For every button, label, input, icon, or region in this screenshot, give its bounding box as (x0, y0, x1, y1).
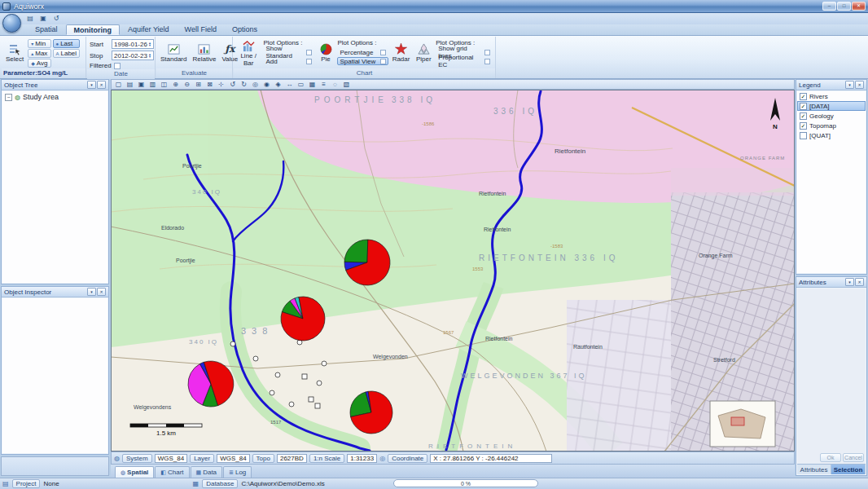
avg-button[interactable]: ◆Avg (28, 59, 50, 68)
ribbon-tab-well-field[interactable]: Well Field (178, 24, 224, 35)
min-button[interactable]: ▾Min (28, 39, 50, 48)
spin-down-icon[interactable]: ▼ (148, 44, 151, 46)
new-map-icon[interactable]: ▢ (113, 80, 124, 89)
save-icon[interactable]: ▣ (136, 80, 147, 89)
view-tab-chart[interactable]: ◧Chart (155, 466, 189, 478)
stop-date-field[interactable]: 2012-02-23▲▼ (112, 51, 154, 60)
monitoring-point[interactable] (302, 374, 307, 379)
monitoring-point[interactable] (230, 341, 235, 346)
spin-down-icon[interactable]: ▼ (148, 55, 151, 58)
checkbox-icon[interactable]: ✓ (800, 112, 807, 120)
start-date-field[interactable]: 1998-01-26▲▼ (112, 39, 154, 49)
plot-option-show-standard[interactable]: Show Standard (263, 48, 313, 56)
layers-icon[interactable]: ≡ (318, 80, 329, 89)
legend-item-topomap[interactable]: ✓Topomap (797, 121, 866, 130)
measure-icon[interactable]: ↔ (284, 80, 295, 89)
ribbon-tab-options[interactable]: Options (225, 24, 265, 35)
monitoring-point[interactable] (309, 397, 313, 402)
zoom-extent-icon[interactable]: ⊠ (204, 80, 215, 89)
map-canvas[interactable]: POORTJIE338 IQ336 IQRietfonteinORANGE FA… (111, 90, 795, 452)
monitoring-point[interactable] (253, 356, 258, 361)
quick-undo-icon[interactable]: ↺ (50, 14, 62, 24)
panel-close-icon[interactable]: ✕ (97, 288, 106, 296)
refresh-icon[interactable]: ◌ (330, 80, 340, 89)
panel-pin-icon[interactable]: ▾ (845, 81, 854, 89)
panel-pin-icon[interactable]: ▾ (845, 278, 854, 286)
plot-option-add[interactable]: Add (263, 57, 313, 65)
last-button[interactable]: ●Last (53, 39, 81, 48)
attributes-tab-selection[interactable]: Selection (831, 465, 866, 474)
checkbox-icon[interactable] (306, 50, 311, 55)
checkbox-icon[interactable] (380, 59, 386, 64)
select-area-icon[interactable]: ◉ (261, 80, 272, 89)
checkbox-icon[interactable]: ✓ (800, 103, 807, 110)
view-tab-data[interactable]: ▦Data (191, 466, 223, 478)
checkbox-icon[interactable]: ✓ (800, 93, 807, 100)
minimize-button[interactable]: – (822, 2, 836, 11)
monitoring-point[interactable] (270, 390, 274, 395)
open-icon[interactable]: ▤ (125, 80, 135, 89)
site-pie-chart[interactable] (344, 240, 390, 285)
legend-item-geology[interactable]: ✓Geology (797, 111, 866, 121)
pie-button[interactable]: Pie (317, 37, 335, 68)
snapshot-icon[interactable]: ▧ (341, 80, 352, 89)
line-bar-button[interactable]: Line / Bar (236, 37, 261, 68)
legend-item-rivers[interactable]: ✓Rivers (797, 91, 866, 101)
relative-button[interactable]: Relative (191, 37, 217, 68)
site-pie-chart[interactable] (350, 391, 392, 434)
checkbox-icon[interactable] (800, 132, 807, 139)
map-viewport[interactable]: POORTJIE338 IQ336 IQRietfonteinORANGE FA… (111, 90, 795, 452)
quick-new-icon[interactable]: ▤ (24, 14, 36, 24)
legend-item-quat[interactable]: [QUAT] (797, 130, 866, 140)
tree-item-study-area[interactable]: −◍Study Area (2, 91, 107, 103)
checkbox-icon[interactable] (306, 59, 312, 64)
monitoring-point[interactable] (315, 403, 320, 408)
maximize-button[interactable]: □ (837, 2, 851, 11)
checkbox-icon[interactable] (484, 59, 490, 64)
print-icon[interactable]: ▥ (147, 80, 158, 89)
monitoring-point[interactable] (317, 381, 322, 385)
select-button[interactable]: Select (4, 37, 25, 68)
monitoring-point[interactable] (289, 402, 294, 407)
pan-icon[interactable]: ⊹ (216, 80, 226, 89)
select-point-icon[interactable]: ◎ (250, 80, 261, 89)
radar-button[interactable]: Radar (391, 37, 412, 68)
expander-icon[interactable]: − (5, 94, 12, 101)
view-tab-spatial[interactable]: ◍Spatial (115, 466, 154, 478)
previous-extent-icon[interactable]: ↺ (227, 80, 238, 89)
plot-option-proportional-ec[interactable]: Proportional EC (436, 57, 493, 65)
panel-pin-icon[interactable]: ▾ (87, 288, 96, 296)
ribbon-tab-monitoring[interactable]: Monitoring (66, 24, 121, 35)
panel-close-icon[interactable]: ✕ (855, 278, 864, 286)
checkbox-icon[interactable]: ✓ (800, 122, 807, 130)
view-tab-log[interactable]: ≣Log (223, 466, 252, 478)
close-button[interactable]: ✕ (852, 2, 866, 11)
attributes-tab-attributes[interactable]: Attributes (797, 465, 831, 474)
ribbon-tab-aquifer-yield[interactable]: Aquifer Yield (121, 24, 177, 35)
quick-save-icon[interactable]: ▣ (37, 14, 49, 24)
panel-close-icon[interactable]: ✕ (855, 81, 864, 89)
checkbox-icon[interactable] (484, 50, 490, 55)
label-button[interactable]: ALabel (53, 49, 81, 58)
monitoring-point[interactable] (322, 361, 327, 366)
panel-pin-icon[interactable]: ▾ (87, 81, 96, 89)
zoom-out-icon[interactable]: ⊖ (182, 80, 192, 89)
checkbox-icon[interactable] (380, 50, 386, 55)
ribbon-tab-spatial[interactable]: Spatial (28, 24, 65, 35)
next-extent-icon[interactable]: ↻ (239, 80, 249, 89)
zoom-window-icon[interactable]: ⊞ (193, 80, 204, 89)
label-icon[interactable]: ▭ (296, 80, 306, 89)
filtered-checkbox[interactable] (114, 63, 121, 69)
site-pie-chart[interactable] (188, 361, 234, 407)
date-spinner[interactable]: ▲▼ (148, 53, 151, 58)
monitoring-point[interactable] (275, 372, 280, 377)
site-pie-chart[interactable] (281, 297, 325, 341)
legend-item-data[interactable]: ✓[DATA] (797, 101, 866, 111)
identify-icon[interactable]: ◈ (273, 80, 283, 89)
application-menu-button[interactable] (2, 14, 21, 33)
plot-option-spatial-view[interactable]: Spatial View (337, 57, 388, 65)
ok-button[interactable]: Ok (820, 453, 841, 462)
grid-icon[interactable]: ▦ (307, 80, 318, 89)
piper-button[interactable]: Piper (414, 37, 433, 68)
plot-option-percentage[interactable]: Percentage (337, 48, 388, 56)
